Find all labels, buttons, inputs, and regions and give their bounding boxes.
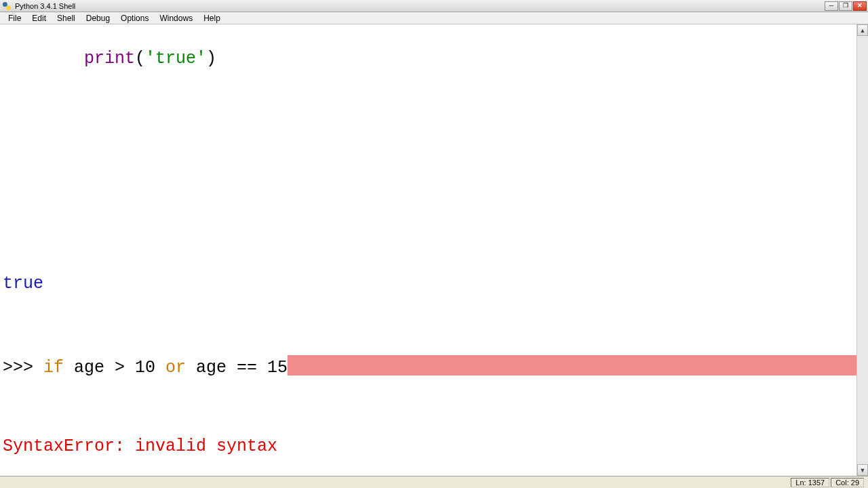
blank-line	[3, 127, 856, 143]
status-line: Ln: 1357	[791, 478, 829, 487]
scroll-down-button[interactable]: ▼	[857, 464, 868, 476]
menu-shell[interactable]: Shell	[52, 13, 81, 24]
shell-editor[interactable]: print('true') true >>> if age > 10 or ag…	[0, 24, 856, 476]
error-line: SyntaxError: invalid syntax	[3, 436, 856, 457]
ident-token: age == 15	[186, 358, 288, 378]
menu-options[interactable]: Options	[115, 13, 154, 24]
vertical-scrollbar[interactable]: ▲ ▼	[856, 24, 868, 476]
content-area: print('true') true >>> if age > 10 or ag…	[0, 24, 868, 476]
scroll-track[interactable]	[857, 36, 868, 464]
keyword-token: or	[165, 358, 186, 378]
window-controls: ─ ❐ ✕	[825, 1, 867, 11]
prompt-token: >>>	[3, 358, 43, 378]
menubar: File Edit Shell Debug Options Windows He…	[0, 12, 868, 24]
code-line: print('true')	[3, 48, 856, 69]
builtin-token: print	[84, 49, 135, 68]
output-line: true	[3, 273, 856, 294]
minimize-button[interactable]: ─	[825, 1, 838, 11]
blank-line	[3, 315, 856, 331]
maximize-button[interactable]: ❐	[839, 1, 852, 11]
paren-token: (	[135, 49, 145, 68]
blank-line	[3, 399, 856, 415]
menu-file[interactable]: File	[3, 13, 26, 24]
blank-line	[3, 237, 856, 252]
blank-line	[3, 91, 856, 106]
close-button[interactable]: ✕	[853, 1, 867, 11]
svg-point-0	[3, 1, 7, 6]
menu-windows[interactable]: Windows	[154, 13, 198, 24]
menu-help[interactable]: Help	[198, 13, 226, 24]
code-line: >>> if age > 10 or age == 15	[3, 352, 856, 378]
scroll-up-button[interactable]: ▲	[857, 24, 868, 36]
statusbar: Ln: 1357 Col: 29	[0, 476, 868, 488]
error-highlight	[288, 355, 856, 375]
status-col: Col: 29	[831, 478, 864, 487]
string-token: 'true'	[145, 49, 206, 68]
window-title: Python 3.4.1 Shell	[15, 2, 825, 10]
menu-debug[interactable]: Debug	[81, 13, 115, 24]
menu-edit[interactable]: Edit	[26, 13, 52, 24]
blank-line	[3, 200, 856, 216]
python-icon	[1, 1, 12, 12]
stdout-token: true	[3, 274, 43, 293]
error-token: SyntaxError: invalid syntax	[3, 436, 277, 456]
titlebar: Python 3.4.1 Shell ─ ❐ ✕	[0, 0, 868, 12]
op-token: > 10	[115, 358, 165, 378]
keyword-token: if	[43, 358, 64, 378]
blank-line	[3, 163, 856, 179]
paren-token: )	[206, 49, 216, 68]
ident-token: age	[64, 358, 115, 378]
svg-point-1	[6, 5, 11, 10]
